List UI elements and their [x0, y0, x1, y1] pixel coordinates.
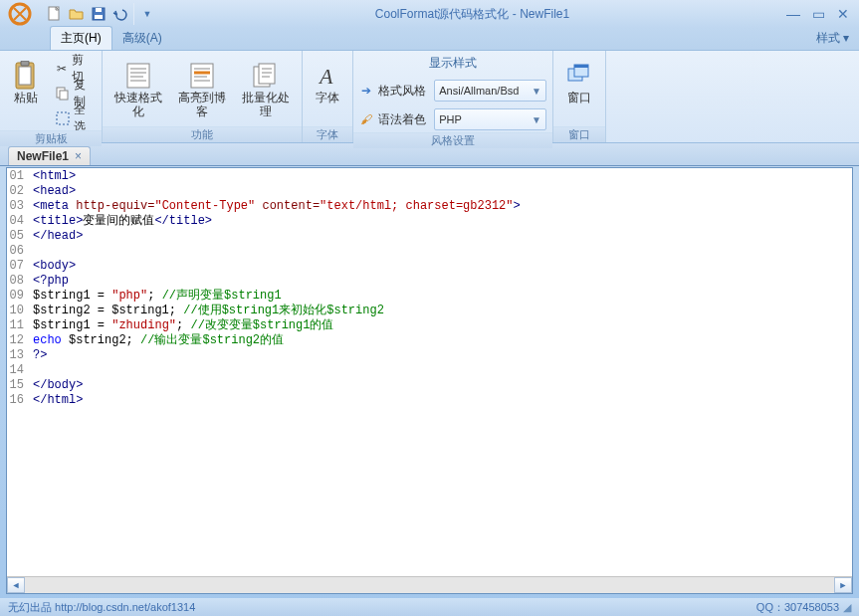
tab-advanced[interactable]: 高级(A) [112, 27, 172, 50]
chevron-down-icon: ▼ [532, 114, 541, 125]
select-all-icon [56, 110, 70, 126]
status-right: QQ：307458053 [756, 600, 839, 615]
style-group-label: 风格设置 [353, 132, 552, 148]
qat-dropdown-icon[interactable]: ▼ [136, 3, 158, 25]
chevron-down-icon: ▼ [532, 86, 541, 97]
font-group-label: 字体 [303, 126, 352, 142]
arrow-right-icon: ➔ [359, 83, 374, 99]
svg-rect-22 [259, 64, 275, 84]
paste-label: 粘贴 [14, 92, 38, 105]
svg-rect-16 [191, 64, 213, 88]
svg-rect-10 [57, 112, 69, 124]
scissors-icon: ✂ [56, 61, 69, 77]
open-folder-icon[interactable] [66, 3, 88, 25]
paste-button[interactable]: 粘贴 [6, 55, 47, 126]
document-tab-label: NewFile1 [17, 149, 69, 163]
save-icon[interactable] [88, 3, 109, 25]
new-file-icon[interactable] [44, 3, 66, 25]
svg-rect-6 [19, 67, 31, 85]
close-button[interactable]: ✕ [837, 6, 849, 22]
resize-grip-icon[interactable]: ◢ [839, 601, 851, 614]
svg-rect-11 [127, 64, 149, 88]
clipboard-group-label: 剪贴板 [0, 130, 102, 146]
func-group-label: 功能 [103, 126, 302, 142]
copy-icon [56, 86, 70, 102]
minimize-button[interactable]: — [786, 6, 800, 22]
select-all-button[interactable]: 全选 [51, 106, 96, 130]
syntax-color-label: 语法着色 [378, 111, 430, 128]
horizontal-scrollbar[interactable]: ◄ ► [7, 576, 852, 593]
tab-home[interactable]: 主页(H) [50, 26, 112, 50]
window-title: CoolFormat源代码格式化 - NewFile1 [158, 6, 786, 23]
svg-rect-7 [21, 61, 29, 66]
batch-process-button[interactable]: 批量化处理 [236, 55, 296, 126]
style-menu[interactable]: 样式 ▾ [806, 27, 859, 50]
svg-rect-3 [95, 15, 103, 19]
maximize-button[interactable]: ▭ [812, 6, 825, 22]
font-button[interactable]: A 字体 [309, 55, 346, 126]
close-tab-icon[interactable]: × [75, 149, 82, 163]
quick-format-button[interactable]: 快速格式化 [108, 55, 168, 126]
document-tab[interactable]: NewFile1 × [8, 146, 91, 165]
highlight-blog-button[interactable]: 高亮到博客 [172, 55, 232, 126]
format-style-label: 格式风格 [378, 83, 430, 100]
scroll-left-icon[interactable]: ◄ [7, 577, 25, 593]
svg-rect-4 [96, 8, 102, 12]
line-number-gutter: 01 02 03 04 05 06 07 08 09 10 11 12 13 1… [7, 168, 27, 576]
undo-icon[interactable] [109, 3, 131, 25]
syntax-color-combo[interactable]: PHP▼ [434, 108, 546, 130]
scroll-right-icon[interactable]: ► [834, 577, 852, 593]
format-style-combo[interactable]: Ansi/Allman/Bsd▼ [434, 80, 546, 102]
window-group-label: 窗口 [553, 126, 605, 142]
app-logo[interactable] [0, 0, 40, 28]
status-left: 无幻出品 http://blog.csdn.net/akof1314 [8, 600, 195, 615]
style-panel-title: 显示样式 [359, 53, 546, 76]
palette-icon: 🖌 [359, 111, 374, 127]
svg-rect-9 [60, 91, 68, 100]
svg-rect-29 [574, 65, 588, 68]
code-editor[interactable]: <html><head><meta http-equiv="Content-Ty… [27, 168, 852, 576]
window-button[interactable]: 窗口 [559, 55, 599, 126]
svg-text:A: A [318, 64, 333, 89]
